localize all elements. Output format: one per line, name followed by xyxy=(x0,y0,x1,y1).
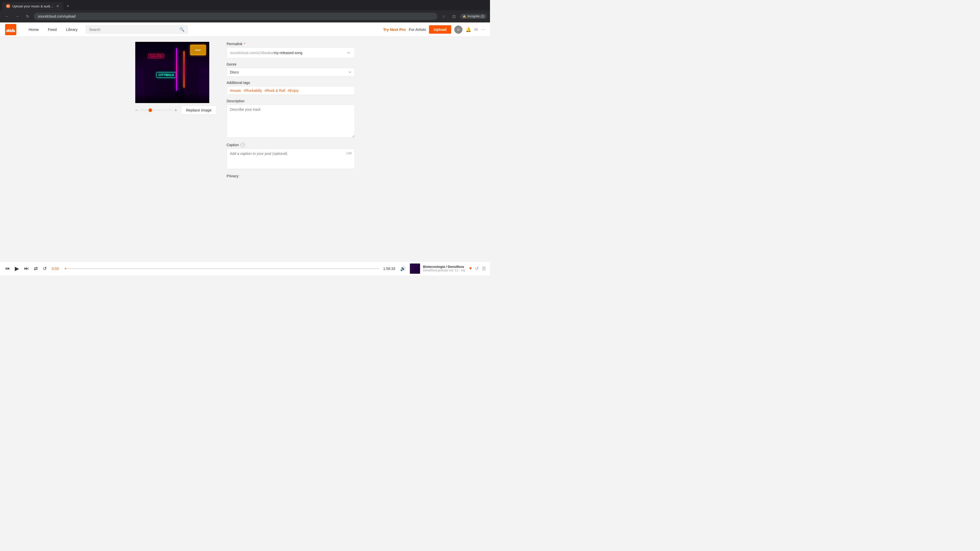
header-right: Try Next Pro For Artists Upload U 🔔 ✉ ··… xyxy=(383,25,485,34)
zoom-slider[interactable] xyxy=(140,110,172,110)
svg-rect-9 xyxy=(14,30,15,32)
player-right-icons: ♥ ↺ ☰ xyxy=(469,266,486,272)
tags-group: Additional tags #music #Rockabilly #Rock… xyxy=(227,81,355,95)
repost-icon[interactable]: ↺ xyxy=(475,266,479,272)
skip-forward-button[interactable]: ⏭ xyxy=(23,265,30,272)
incognito-label: Incognito (2) xyxy=(467,14,484,18)
like-icon[interactable]: ♥ xyxy=(469,266,472,271)
track-artist: Densiflora podcast vol. 11 - Iny xyxy=(423,268,465,272)
active-tab[interactable]: SC Upload your music & audio an ✕ xyxy=(2,2,63,10)
svg-rect-7 xyxy=(12,29,13,32)
permalink-label: Permalink * xyxy=(227,42,355,46)
upload-button[interactable]: Upload xyxy=(429,25,451,34)
nav-library[interactable]: Library xyxy=(62,25,82,34)
more-options-icon[interactable]: ··· xyxy=(481,27,485,32)
privacy-label: Privacy: xyxy=(227,174,355,178)
image-controls: − + Replace image xyxy=(135,106,216,114)
upload-right: Permalink * soundcloud.com/a24beaba/my-r… xyxy=(227,42,355,182)
queue-icon[interactable]: ☰ xyxy=(482,266,486,272)
description-label: Description xyxy=(227,99,355,103)
skip-back-button[interactable]: ⏮ xyxy=(4,265,11,272)
tab-favicon: SC xyxy=(6,4,10,8)
zoom-out-button[interactable]: − xyxy=(135,108,138,113)
replace-image-button[interactable]: Replace image xyxy=(181,106,216,114)
back-button[interactable]: ← xyxy=(3,12,11,21)
search-icon: 🔍 xyxy=(180,27,185,32)
header: Home Feed Library 🔍 Try Next Pro For Art… xyxy=(0,22,490,37)
svg-rect-4 xyxy=(9,30,10,32)
main-content: Coca-Cola CITYWALK SHOP xyxy=(0,37,490,261)
forward-button[interactable]: → xyxy=(13,12,21,21)
required-indicator: * xyxy=(244,42,245,46)
play-button[interactable]: ▶ xyxy=(14,264,20,273)
svg-rect-5 xyxy=(10,29,11,32)
permalink-value: my-released-song xyxy=(274,51,302,55)
description-textarea[interactable] xyxy=(227,105,355,138)
caption-help-icon[interactable]: ? xyxy=(240,143,245,147)
repeat-button[interactable]: ↺ xyxy=(42,265,48,272)
tags-input[interactable]: #music #Rockabilly #Rock & Roll #Enjoy xyxy=(227,86,355,95)
svg-rect-8 xyxy=(13,29,14,32)
nav-home[interactable]: Home xyxy=(24,25,43,34)
notifications-icon[interactable]: 🔔 xyxy=(466,27,471,32)
soundcloud-logo-icon xyxy=(5,24,16,35)
for-artists-link[interactable]: For Artists xyxy=(409,27,426,32)
logo[interactable] xyxy=(5,24,16,35)
tab-bar: SC Upload your music & audio an ✕ + xyxy=(0,0,490,10)
tags-label: Additional tags xyxy=(227,81,355,85)
search-bar[interactable]: 🔍 xyxy=(86,25,188,34)
artwork-container: Coca-Cola CITYWALK SHOP xyxy=(135,42,209,103)
caption-count: 140 xyxy=(346,151,352,155)
zoom-in-button[interactable]: + xyxy=(175,108,177,113)
refresh-button[interactable]: ↻ xyxy=(24,12,32,21)
tab-title: Upload your music & audio an xyxy=(12,4,54,8)
nav-feed[interactable]: Feed xyxy=(44,25,61,34)
volume-icon[interactable]: 🔊 xyxy=(400,266,406,272)
main-nav: Home Feed Library xyxy=(24,25,82,34)
player-bar: ⏮ ▶ ⏭ ⇄ ↺ 0:03 1:58:33 🔊 Biotecnologia /… xyxy=(0,261,490,275)
track-title: Biotecnologia / Densiflora xyxy=(423,265,465,268)
browser-chrome: SC Upload your music & audio an ✕ + ← → … xyxy=(0,0,490,22)
tag-music: #music xyxy=(230,89,241,93)
incognito-badge: 🕵 Incognito (2) xyxy=(460,14,487,19)
progress-fill xyxy=(65,268,66,269)
total-duration: 1:58:33 xyxy=(383,267,396,271)
shuffle-button[interactable]: ⇄ xyxy=(33,265,39,272)
svg-rect-1 xyxy=(6,30,7,32)
current-time: 0:03 xyxy=(52,267,61,271)
permalink-edit-button[interactable]: ✏ xyxy=(346,50,352,56)
genre-group: Genre Disco Electronic Pop Rock Hip-hop xyxy=(227,62,355,76)
artwork-image: Coca-Cola CITYWALK SHOP xyxy=(135,42,209,103)
permalink-display: soundcloud.com/a24beaba/my-released-song xyxy=(230,51,302,55)
tag-rock-roll: #Rock & Roll xyxy=(264,89,285,93)
bookmark-button[interactable]: ☆ xyxy=(439,12,448,21)
upload-container: Coca-Cola CITYWALK SHOP xyxy=(130,37,360,261)
description-group: Description xyxy=(227,99,355,138)
soundcloud-favicon-icon: SC xyxy=(6,5,10,8)
upload-form: Coca-Cola CITYWALK SHOP xyxy=(130,42,360,182)
tag-rockabilly: #Rockabilly xyxy=(243,89,262,93)
player-controls: ⏮ ▶ ⏭ ⇄ ↺ xyxy=(4,264,48,273)
soundcloud-app: Home Feed Library 🔍 Try Next Pro For Art… xyxy=(0,22,490,275)
track-info: Biotecnologia / Densiflora Densiflora po… xyxy=(410,264,465,274)
address-bar[interactable]: soundcloud.com/upload xyxy=(34,13,438,20)
new-tab-button[interactable]: + xyxy=(64,3,72,10)
genre-select[interactable]: Disco Electronic Pop Rock Hip-hop xyxy=(227,68,355,76)
try-next-pro-button[interactable]: Try Next Pro xyxy=(383,27,406,32)
player-thumb-image xyxy=(410,264,420,274)
avatar[interactable]: U xyxy=(454,25,463,34)
privacy-group: Privacy: xyxy=(227,174,355,178)
messages-icon[interactable]: ✉ xyxy=(474,27,478,32)
tag-enjoy: #Enjoy xyxy=(286,89,299,93)
profile-button[interactable]: ⊡ xyxy=(450,12,458,21)
genre-label: Genre xyxy=(227,62,355,66)
svg-rect-2 xyxy=(7,29,8,32)
address-text: soundcloud.com/upload xyxy=(38,14,433,18)
progress-bar[interactable] xyxy=(65,268,379,269)
permalink-container: soundcloud.com/a24beaba/my-released-song… xyxy=(227,48,355,58)
caption-textarea[interactable] xyxy=(227,149,355,169)
tab-close-button[interactable]: ✕ xyxy=(56,4,59,8)
caption-container: 140 xyxy=(227,149,355,170)
search-input[interactable] xyxy=(89,27,177,32)
incognito-icon: 🕵 xyxy=(463,14,466,18)
